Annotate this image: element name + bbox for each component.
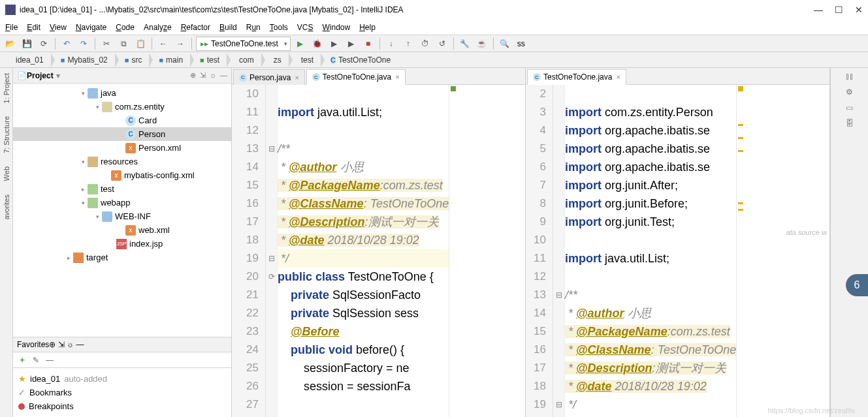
menu-code[interactable]: Code bbox=[116, 23, 135, 32]
node-java[interactable]: ▾java bbox=[13, 86, 231, 100]
search-icon[interactable]: 🔍 bbox=[498, 37, 512, 51]
tab-person-java[interactable]: CPerson.java× bbox=[233, 69, 305, 85]
menu-navigate[interactable]: Navigate bbox=[76, 23, 106, 32]
bc-com[interactable]: com bbox=[226, 53, 261, 67]
vcs-history-icon[interactable]: ⏱ bbox=[418, 37, 432, 51]
cut-icon[interactable]: ✂ bbox=[99, 37, 114, 51]
vcs-update-icon[interactable]: ↓ bbox=[384, 37, 398, 51]
fav-breakpoints[interactable]: Breakpoints bbox=[18, 399, 226, 413]
node-pkg[interactable]: ▾com.zs.entity bbox=[13, 100, 231, 114]
error-stripe-right[interactable] bbox=[736, 85, 744, 417]
bc-zs[interactable]: zs bbox=[261, 53, 288, 67]
tab-favorites[interactable]: avorites bbox=[3, 194, 10, 220]
node-webxml[interactable]: xweb.xml bbox=[13, 223, 231, 237]
fav-bookmarks[interactable]: ✓Bookmarks bbox=[18, 386, 226, 399]
project-tree[interactable]: ▾java ▾com.zs.entity CCard CPerson xPers… bbox=[13, 84, 231, 337]
bc-idea01[interactable]: idea_01 bbox=[3, 53, 50, 67]
add-favorite-icon[interactable]: ＋ bbox=[18, 354, 26, 365]
redo-icon[interactable]: ↷ bbox=[76, 37, 91, 51]
sdk-icon[interactable]: ☕ bbox=[475, 37, 489, 51]
code-left[interactable]: import java.util.List; /** * @author 小思 … bbox=[278, 85, 449, 417]
node-webinf[interactable]: ▾WEB-INF bbox=[13, 209, 231, 223]
node-indexjsp[interactable]: JSPindex.jsp bbox=[13, 237, 231, 251]
vcs-commit-icon[interactable]: ↑ bbox=[401, 37, 415, 51]
node-mybatis-cfg[interactable]: xmybatis-config.xml bbox=[13, 168, 231, 182]
collapse-icon[interactable]: ⇲ bbox=[200, 71, 206, 80]
tab-structure[interactable]: 7: Structure bbox=[3, 116, 10, 153]
settings-icon[interactable]: ☼ bbox=[210, 71, 216, 80]
forward-icon[interactable]: → bbox=[173, 37, 187, 51]
scroll-to-icon[interactable]: ⊕ bbox=[190, 71, 196, 80]
menu-build[interactable]: Build bbox=[219, 23, 237, 32]
save-icon[interactable]: 💾 bbox=[20, 37, 34, 51]
structure-icon[interactable]: 🔧 bbox=[458, 37, 472, 51]
copy-icon[interactable]: ⧉ bbox=[116, 37, 131, 51]
coverage-icon[interactable]: ▶ bbox=[327, 37, 342, 51]
fav-autoscroll-icon[interactable]: ⊕ bbox=[49, 340, 56, 349]
node-webapp[interactable]: ▾webapp bbox=[13, 196, 231, 209]
bc-mybatis02[interactable]: ■Mybatis_02 bbox=[50, 53, 114, 67]
back-icon[interactable]: ← bbox=[156, 37, 170, 51]
menu-file[interactable]: File bbox=[5, 23, 18, 32]
code-right[interactable]: import com.zs.entity.Personimport org.ap… bbox=[565, 85, 736, 417]
editor-pane-right: CTestOneToOne.java× 23456789101112131415… bbox=[526, 68, 830, 417]
node-card[interactable]: CCard bbox=[13, 114, 231, 127]
stop-icon[interactable]: ■ bbox=[361, 37, 376, 51]
expand-icon[interactable]: ▭ bbox=[846, 103, 853, 112]
tab-web[interactable]: Web bbox=[3, 166, 10, 181]
edit-favorite-icon[interactable]: ✎ bbox=[33, 356, 39, 365]
menu-vcs[interactable]: VCS bbox=[297, 23, 313, 32]
node-test[interactable]: ▸test bbox=[13, 182, 231, 196]
close-tab-icon[interactable]: × bbox=[295, 74, 298, 82]
fav-idea01[interactable]: ★idea_01 auto-added bbox=[18, 372, 226, 386]
debug-icon[interactable]: 🐞 bbox=[310, 37, 325, 51]
tab-testonetoone-right[interactable]: CTestOneToOne.java× bbox=[527, 69, 626, 85]
run-config-combo[interactable]: ▸▸ TestOneToOne.test bbox=[196, 37, 291, 51]
close-tab-icon[interactable]: × bbox=[616, 73, 620, 81]
bc-class[interactable]: CTestOneToOne bbox=[320, 53, 397, 67]
menu-view[interactable]: View bbox=[50, 23, 67, 32]
bc-src[interactable]: ■src bbox=[114, 53, 149, 67]
menu-window[interactable]: Window bbox=[322, 23, 350, 32]
gear-icon[interactable]: ⚙ bbox=[846, 87, 853, 97]
menu-tools[interactable]: Tools bbox=[270, 23, 288, 32]
tab-project[interactable]: 1: Project bbox=[3, 73, 10, 103]
code-area-right[interactable]: 2345678910111213141516171819 ⊟ ⊟ import … bbox=[526, 85, 829, 417]
menubar: File Edit View Navigate Code Analyze Ref… bbox=[0, 20, 868, 35]
hide-icon[interactable]: — bbox=[220, 71, 227, 80]
menu-edit[interactable]: Edit bbox=[27, 23, 40, 32]
split-icon[interactable]: ⫿⫿ bbox=[846, 72, 854, 81]
tab-testonetoone-left[interactable]: CTestOneToOne.java× bbox=[306, 69, 406, 85]
profile-icon[interactable]: ▶ bbox=[344, 37, 359, 51]
menu-help[interactable]: Help bbox=[359, 23, 376, 32]
node-person-xml[interactable]: xPerson.xml bbox=[13, 141, 231, 155]
close-tab-icon[interactable]: × bbox=[395, 73, 399, 81]
node-target[interactable]: ▸target bbox=[13, 251, 231, 264]
maximize-button[interactable]: ☐ bbox=[835, 5, 843, 15]
run-icon[interactable]: ▶ bbox=[293, 37, 308, 51]
fav-settings-icon[interactable]: ☼ bbox=[67, 340, 74, 349]
favorites-list: ★idea_01 auto-added ✓Bookmarks Breakpoin… bbox=[13, 368, 231, 417]
fav-collapse-icon[interactable]: ⇲ bbox=[58, 340, 65, 349]
minimize-button[interactable]: — bbox=[814, 5, 823, 15]
error-stripe-left[interactable] bbox=[449, 85, 457, 417]
menu-refactor[interactable]: Refactor bbox=[181, 23, 210, 32]
bc-test2[interactable]: test bbox=[288, 53, 320, 67]
refresh-icon[interactable]: ⟳ bbox=[37, 37, 51, 51]
bc-main[interactable]: ■main bbox=[148, 53, 189, 67]
vcs-revert-icon[interactable]: ↺ bbox=[435, 37, 449, 51]
close-button[interactable]: ✕ bbox=[855, 5, 863, 15]
notification-badge[interactable]: 6 bbox=[846, 274, 868, 296]
bc-test[interactable]: ■test bbox=[189, 53, 226, 67]
node-person[interactable]: CPerson bbox=[13, 127, 231, 141]
paste-icon[interactable]: 📋 bbox=[133, 37, 148, 51]
undo-icon[interactable]: ↶ bbox=[59, 37, 74, 51]
db-icon[interactable]: 🗄 bbox=[846, 119, 854, 128]
menu-analyze[interactable]: Analyze bbox=[144, 23, 172, 32]
node-resources[interactable]: ▾resources bbox=[13, 155, 231, 168]
code-area-left[interactable]: 101112131415161718192021222324252627 ⊟ ⊟… bbox=[232, 85, 525, 417]
menu-run[interactable]: Run bbox=[246, 23, 261, 32]
fav-hide-icon[interactable]: — bbox=[76, 340, 84, 349]
remove-favorite-icon[interactable]: — bbox=[46, 356, 54, 365]
open-icon[interactable]: 📂 bbox=[3, 37, 17, 51]
